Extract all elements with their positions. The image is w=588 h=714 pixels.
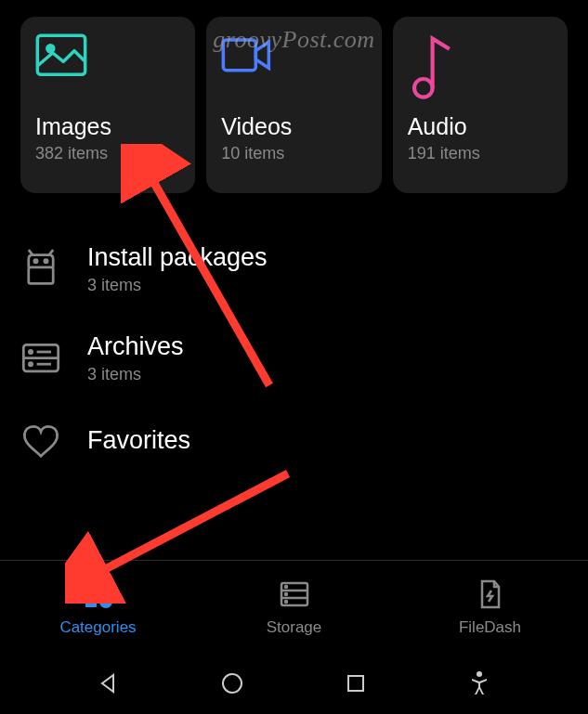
image-icon: [35, 33, 87, 85]
category-list: Install packages 3 items Archives 3 item…: [0, 214, 588, 492]
install-packages-item[interactable]: Install packages 3 items: [0, 225, 588, 314]
svg-point-22: [285, 593, 287, 595]
system-nav: [0, 653, 588, 714]
svg-point-21: [285, 586, 287, 588]
svg-rect-16: [85, 596, 97, 607]
videos-card[interactable]: Videos 10 items: [206, 17, 381, 193]
nav-storage[interactable]: Storage: [196, 561, 392, 653]
archives-item[interactable]: Archives 3 items: [0, 314, 588, 403]
svg-point-11: [29, 351, 32, 354]
svg-point-7: [34, 260, 37, 263]
images-card[interactable]: Images 382 items: [20, 17, 195, 193]
images-card-title: Images: [35, 113, 180, 140]
svg-marker-15: [91, 579, 106, 591]
svg-point-23: [285, 601, 287, 603]
archives-count: 3 items: [87, 365, 568, 384]
heart-icon: [20, 422, 61, 462]
favorites-title: Favorites: [87, 426, 568, 455]
home-button[interactable]: [204, 660, 260, 707]
svg-point-13: [29, 363, 32, 366]
nav-filedash-label: FileDash: [459, 618, 521, 637]
svg-point-26: [477, 671, 482, 677]
favorites-item[interactable]: Favorites: [0, 403, 588, 481]
videos-card-title: Videos: [221, 113, 366, 140]
audio-card[interactable]: Audio 191 items: [393, 17, 568, 193]
video-icon: [221, 33, 273, 85]
svg-point-8: [45, 260, 47, 263]
accessibility-button[interactable]: [451, 660, 507, 707]
install-packages-title: Install packages: [87, 243, 568, 272]
svg-line-5: [29, 250, 33, 255]
audio-card-count: 191 items: [408, 144, 553, 163]
svg-rect-2: [224, 40, 256, 71]
audio-card-title: Audio: [408, 113, 553, 140]
svg-rect-4: [29, 267, 53, 284]
storage-icon: [278, 578, 311, 611]
back-button[interactable]: [81, 660, 137, 707]
bottom-nav: Categories Storage FileDash: [0, 560, 588, 653]
android-icon: [20, 249, 61, 290]
filedash-icon: [474, 578, 507, 611]
categories-icon: [82, 578, 115, 611]
archives-title: Archives: [87, 332, 568, 361]
images-card-count: 382 items: [35, 144, 180, 163]
svg-line-6: [49, 250, 53, 255]
svg-point-17: [99, 595, 112, 608]
install-packages-count: 3 items: [87, 276, 568, 295]
svg-rect-25: [348, 676, 363, 691]
archive-icon: [20, 338, 61, 379]
nav-categories-label: Categories: [59, 618, 136, 637]
nav-storage-label: Storage: [267, 618, 322, 637]
svg-point-1: [47, 45, 54, 52]
videos-card-count: 10 items: [221, 144, 366, 163]
nav-categories[interactable]: Categories: [0, 561, 196, 653]
svg-point-3: [414, 79, 433, 97]
category-cards-row: Images 382 items Videos 10 items Audio 1…: [0, 0, 588, 214]
recents-button[interactable]: [328, 660, 384, 707]
svg-point-24: [223, 674, 242, 693]
nav-filedash[interactable]: FileDash: [392, 561, 588, 653]
audio-icon: [408, 33, 460, 85]
